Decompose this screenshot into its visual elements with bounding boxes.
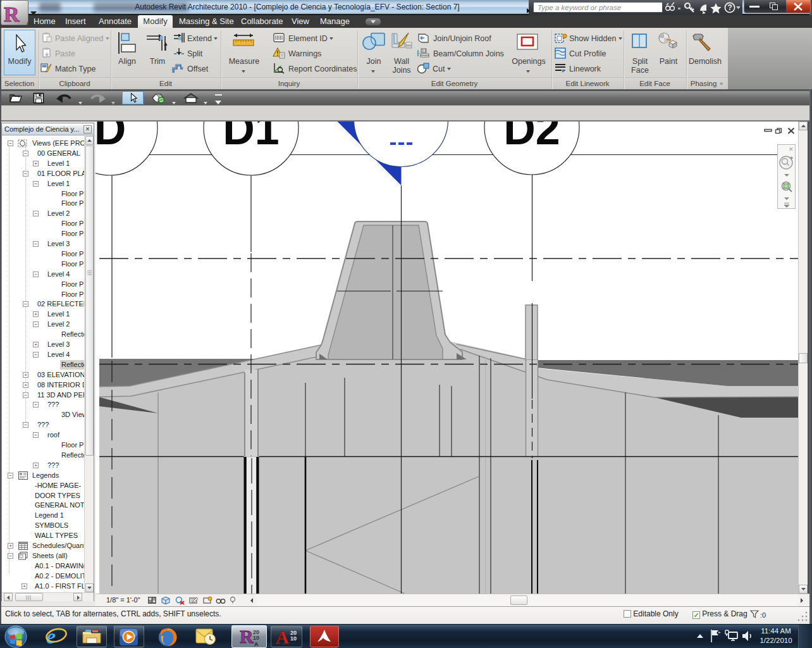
svg-text:D1: D1 bbox=[223, 122, 279, 154]
svg-text:10: 10 bbox=[290, 635, 297, 642]
svg-text:A: A bbox=[27, 20, 30, 26]
svg-text:D2: D2 bbox=[503, 122, 560, 154]
svg-text:10: 10 bbox=[253, 635, 259, 641]
svg-text:?: ? bbox=[728, 3, 732, 12]
svg-text:A: A bbox=[276, 627, 289, 647]
svg-text:A: A bbox=[254, 641, 259, 647]
svg-text:R: R bbox=[4, 3, 20, 26]
svg-text:D: D bbox=[95, 122, 126, 154]
svg-text:R: R bbox=[240, 626, 254, 647]
svg-text::0: :0 bbox=[760, 611, 766, 619]
